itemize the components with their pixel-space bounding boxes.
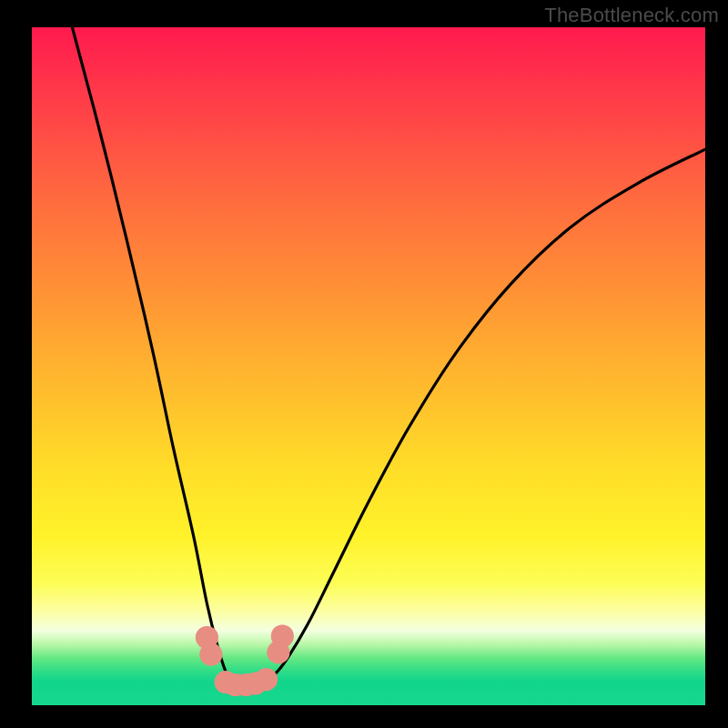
curve-markers (196, 624, 294, 696)
curve-svg (32, 27, 705, 705)
curve-marker (255, 668, 278, 691)
watermark-text: TheBottleneck.com (544, 4, 719, 27)
bottleneck-curve (72, 27, 705, 685)
curve-marker (271, 624, 294, 647)
plot-area (32, 27, 705, 705)
chart-frame: TheBottleneck.com (0, 0, 728, 728)
curve-marker (199, 643, 222, 666)
